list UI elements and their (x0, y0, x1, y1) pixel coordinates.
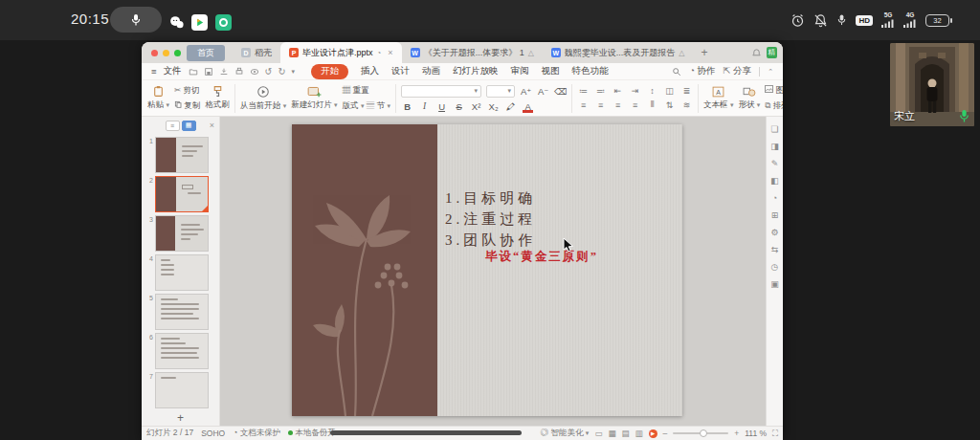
slide-thumbnail-3[interactable]: 3 (144, 215, 215, 252)
output-icon[interactable] (219, 67, 229, 77)
notification-bell-icon[interactable] (751, 48, 762, 58)
file-menu[interactable]: 文件 (164, 65, 182, 77)
picture-dropdown[interactable]: 图片 ▾ (765, 85, 783, 97)
fit-window-icon[interactable]: ⛶ (772, 429, 778, 439)
outline-view-toggle[interactable]: ≡ (166, 121, 180, 131)
search-icon[interactable] (672, 67, 681, 77)
play-from-current-button[interactable]: 从当前开始 ▾ (240, 85, 286, 112)
clear-format-button[interactable]: ⌫ (554, 86, 567, 97)
font-size-select[interactable]: ▾ (486, 85, 515, 98)
cut-button[interactable]: ✂ 剪切 (174, 85, 200, 97)
zoom-slider-knob[interactable] (700, 429, 707, 437)
font-family-select[interactable]: ▾ (401, 85, 481, 98)
tab-animation[interactable]: 动画 (422, 65, 440, 77)
tab-docer[interactable]: D 稻壳 (233, 42, 280, 63)
align-right-button[interactable]: ≡ (612, 100, 624, 110)
text-direction-button[interactable]: ≣ (680, 86, 693, 96)
save-icon[interactable] (204, 67, 213, 77)
editing-canvas[interactable]: 1.目标明确 2.注重过程 3.团队协作 毕设“黄金三原则” (220, 117, 766, 426)
collapse-ribbon-icon[interactable]: ⌃ (768, 68, 773, 76)
line-spacing-button[interactable]: ↕ (646, 86, 658, 96)
history-icon[interactable]: ◷ (771, 262, 779, 272)
member-badge[interactable]: 精 (767, 47, 778, 58)
undo-icon[interactable]: ↺ (265, 66, 273, 77)
bullet-list-button[interactable]: ≔ (577, 86, 590, 96)
slide-thumbnail-5[interactable]: 5 (144, 294, 215, 330)
bold-button[interactable]: B (401, 101, 413, 112)
strikethrough-button[interactable]: S (453, 101, 465, 112)
reset-button[interactable]: ▦ 重置 (343, 85, 391, 97)
zoom-in-button[interactable]: + (734, 429, 739, 438)
copy-button[interactable]: 复制 (174, 100, 200, 112)
align-left-button[interactable]: ≡ (577, 100, 590, 110)
section-dropdown[interactable]: ▤ 节 ▾ (367, 100, 390, 110)
font-color-button[interactable]: A (522, 101, 534, 112)
increase-font-button[interactable]: A⁺ (520, 86, 532, 97)
share-button[interactable]: ⇱ 分享 (724, 65, 752, 77)
close-tab-icon[interactable]: × (388, 48, 392, 57)
zoom-window-button[interactable] (174, 50, 181, 56)
current-slide[interactable]: 1.目标明确 2.注重过程 3.团队协作 毕设“黄金三原则” (292, 124, 682, 416)
quick-access-dropdown-icon[interactable]: ▾ (291, 68, 295, 76)
align-center-button[interactable]: ≡ (594, 100, 607, 110)
new-tab-button[interactable]: + (693, 46, 715, 59)
add-slide-button[interactable]: + (142, 411, 219, 425)
collaborate-button[interactable]: ◔ 协作 (689, 65, 715, 77)
tab-review[interactable]: 审阅 (511, 65, 529, 77)
tab-insert[interactable]: 插入 (361, 65, 379, 77)
slide-thumbnail-2-selected[interactable]: 2 (144, 176, 215, 212)
autofit-button[interactable]: ≋ (680, 100, 693, 110)
home-page-button[interactable]: 首页 (187, 45, 225, 61)
increase-indent-button[interactable]: ⇥ (629, 86, 641, 96)
normal-view-icon[interactable]: ▦ (608, 429, 615, 438)
thumbnail-view-toggle[interactable]: ▦ (182, 121, 196, 131)
zoom-slider[interactable] (673, 432, 728, 434)
paste-button[interactable]: 粘贴 ▾ (147, 85, 169, 111)
tab-doc-1[interactable]: W 《关于开题报...体要求》 1 △ (402, 42, 543, 63)
tab-home[interactable]: 开始 (311, 64, 348, 79)
decrease-font-button[interactable]: A⁻ (537, 86, 549, 97)
close-window-button[interactable] (151, 50, 158, 56)
number-list-button[interactable]: ≕ (594, 86, 607, 96)
decrease-indent-button[interactable]: ⇤ (612, 86, 624, 96)
open-icon[interactable] (189, 67, 198, 77)
hamburger-icon[interactable]: ≡ (151, 66, 157, 77)
pen-icon[interactable]: ✎ (771, 159, 779, 168)
textbox-button[interactable]: A 文本框 ▾ (703, 86, 733, 111)
vertical-align-button[interactable]: ⇅ (663, 100, 676, 110)
floating-mic-button[interactable] (110, 7, 162, 33)
preview-icon[interactable] (250, 67, 259, 77)
chart-icon[interactable]: ⊞ (771, 210, 779, 220)
slide-thumbnail-1[interactable]: 1 (144, 137, 215, 173)
slide-thumbnail-4[interactable]: 4 (144, 254, 215, 291)
layout-dropdown[interactable]: 版式 ▾ (343, 100, 365, 110)
minimize-window-button[interactable] (163, 50, 169, 56)
slide-thumbnail-7[interactable]: 7 (144, 372, 215, 408)
wechat-icon[interactable] (168, 14, 185, 31)
print-icon[interactable] (234, 67, 244, 77)
tab-design[interactable]: 设计 (391, 65, 410, 77)
arrange-dropdown[interactable]: ⧉ 排列 ▾ (765, 100, 783, 112)
smart-beautify-button[interactable]: ◎ 智能美化 ▾ (541, 428, 590, 439)
transition-icon[interactable]: ⇆ (771, 245, 779, 254)
highlight-color-button[interactable]: 🖍 (504, 101, 517, 112)
shapes-button[interactable]: 形状 ▾ (738, 86, 760, 111)
slide-body-text[interactable]: 1.目标明确 2.注重过程 3.团队协作 (445, 187, 536, 251)
video-app-icon[interactable] (191, 14, 208, 31)
sorter-view-icon[interactable]: ▤ (621, 429, 629, 438)
italic-button[interactable]: I (418, 101, 431, 111)
notes-view-icon[interactable]: ▭ (594, 429, 602, 438)
tab-special-features[interactable]: 特色功能 (572, 65, 609, 77)
new-slide-button[interactable]: 新建幻灯片 ▾ (291, 85, 337, 111)
properties-icon[interactable]: ❏ (770, 124, 778, 134)
tab-active-presentation[interactable]: P 毕业设计点津.pptx ◔ × (280, 42, 402, 63)
columns-button[interactable]: ◫ (663, 86, 676, 96)
justify-button[interactable]: ≡ (629, 100, 641, 110)
superscript-button[interactable]: X² (470, 101, 482, 112)
smart-design-icon[interactable]: ◔ (772, 193, 777, 203)
slide-highlight-text[interactable]: 毕设“黄金三原则” (485, 249, 598, 265)
tab-view[interactable]: 视图 (542, 65, 560, 77)
underline-button[interactable]: U (435, 101, 448, 112)
zoom-out-button[interactable]: – (663, 429, 668, 438)
protect-status[interactable]: ◔ 文档未保护 (233, 428, 280, 439)
